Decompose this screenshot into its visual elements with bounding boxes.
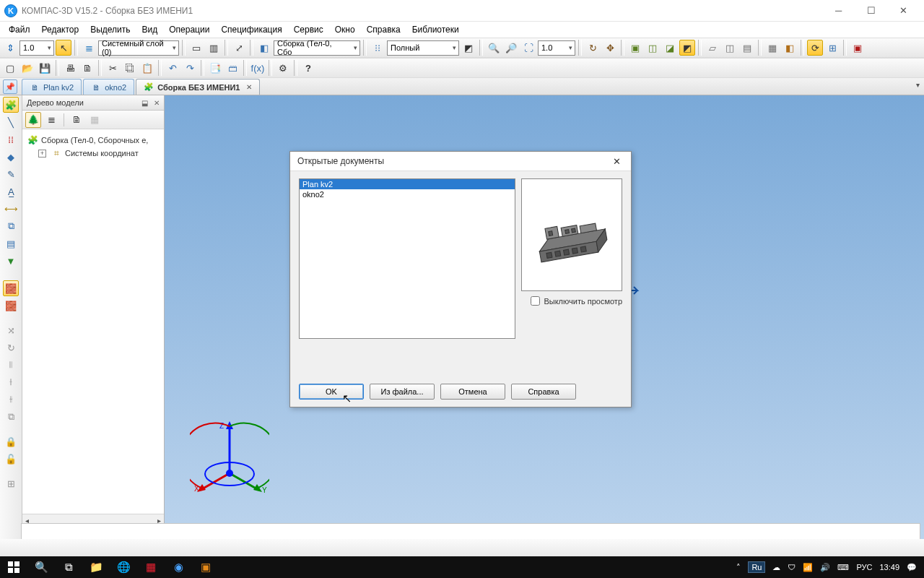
print-icon[interactable]: 🖶 <box>62 60 78 76</box>
lt-dim-icon[interactable]: ⟷ <box>3 201 19 217</box>
lt-pencil-icon[interactable]: ✎ <box>3 166 19 182</box>
hidden-icon[interactable]: ◫ <box>645 40 661 56</box>
lt-mate2-icon[interactable]: ⫲ <box>3 374 19 390</box>
lt-surf-icon[interactable]: ◆ <box>3 149 19 165</box>
pt-list-icon[interactable]: ≣ <box>43 112 59 128</box>
disable-preview-checkbox[interactable]: Выключить просмотр <box>531 296 622 306</box>
zoom-in-icon[interactable]: 🔍 <box>486 40 502 56</box>
redo-icon[interactable]: ↷ <box>182 60 198 76</box>
color-icon[interactable]: ◧ <box>782 40 798 56</box>
tree-icon[interactable]: ⊞ <box>824 40 840 56</box>
render-combo[interactable]: Полный <box>387 40 459 56</box>
tree-root[interactable]: 🧩 Сборка (Тел-0, Сборочных е, <box>25 134 161 147</box>
cursor-tool-button[interactable]: ↖ <box>56 40 71 56</box>
copy-icon[interactable]: ⿻ <box>122 60 138 76</box>
tb-align-icon[interactable]: ⤢ <box>231 40 247 56</box>
lt-array-icon[interactable]: ⊞ <box>3 475 19 491</box>
close-tab-icon[interactable]: ✕ <box>246 83 252 91</box>
simplify-icon[interactable]: ▦ <box>764 40 780 56</box>
menu-spec[interactable]: Спецификация <box>215 23 287 36</box>
rebuild-icon[interactable]: ⟳ <box>807 40 823 56</box>
pan-icon[interactable]: ✥ <box>602 40 618 56</box>
lt-sheet-icon[interactable]: ▤ <box>3 236 19 251</box>
maximize-button[interactable]: ☐ <box>855 0 887 21</box>
preview-icon[interactable]: 🗎 <box>79 60 95 76</box>
panel-close-icon[interactable]: ✕ <box>154 99 160 107</box>
tb-doc2-icon[interactable]: ▥ <box>206 40 222 56</box>
layer-combo[interactable]: Системный слой (0) <box>98 40 179 56</box>
action-center-icon[interactable]: 💬 <box>907 563 917 572</box>
new-icon[interactable]: ▢ <box>2 60 18 76</box>
expand-icon[interactable]: + <box>38 150 46 158</box>
explorer-icon[interactable]: 📁 <box>82 556 110 578</box>
tabbar-menu-icon[interactable]: ▾ <box>916 81 920 89</box>
cancel-button[interactable]: Отмена <box>440 384 505 400</box>
taskview-icon[interactable]: ⧉ <box>55 556 82 578</box>
open-icon[interactable]: 📂 <box>19 60 35 76</box>
onedrive-icon[interactable]: ☁ <box>772 563 780 572</box>
lt-filter-icon[interactable]: ▼ <box>3 253 19 269</box>
lt-line-icon[interactable]: ╲ <box>3 114 19 130</box>
clip-icon[interactable]: ▤ <box>739 40 755 56</box>
tb-last-icon[interactable]: ▣ <box>850 40 866 56</box>
section-icon[interactable]: ◫ <box>722 40 738 56</box>
tab-assembly-unnamed[interactable]: 🧩 Сборка БЕЗ ИМЕНИ1 ✕ <box>136 79 260 95</box>
pin-tabs-button[interactable]: 📌 <box>3 79 17 94</box>
wire-icon[interactable]: ▣ <box>627 40 643 56</box>
checkbox-input[interactable] <box>531 296 540 306</box>
props-icon[interactable]: 📑 <box>207 60 223 76</box>
lt-note-icon[interactable]: A̲ <box>3 184 19 199</box>
pt-tree-icon[interactable]: 🌲 <box>25 112 41 128</box>
pt-filter-icon[interactable]: ▦ <box>87 112 103 128</box>
chrome-icon[interactable]: 🌐 <box>110 556 137 578</box>
lt-lock2-icon[interactable]: 🔓 <box>3 451 19 467</box>
lt-dots-icon[interactable]: ⁞⁞ <box>3 131 19 147</box>
model-tree[interactable]: 🧩 Сборка (Тел-0, Сборочных е, + ⌗ Систем… <box>22 129 164 514</box>
list-item[interactable]: Plan kv2 <box>300 179 515 189</box>
lt-add-local-icon[interactable]: 🧱 <box>3 298 19 314</box>
undo-icon[interactable]: ↶ <box>165 60 180 76</box>
lang-indicator[interactable]: Ru <box>748 561 765 573</box>
help-icon[interactable]: ? <box>300 60 316 76</box>
persp-icon[interactable]: ▱ <box>705 40 720 56</box>
dialog-close-icon[interactable]: ✕ <box>609 154 624 168</box>
assembly-combo[interactable]: Сборка (Тел-0, Сбо <box>274 40 360 56</box>
lt-move-icon[interactable]: ⤨ <box>3 322 19 338</box>
shade-icon[interactable]: ◪ <box>662 40 678 56</box>
cut-icon[interactable]: ✂ <box>105 60 121 76</box>
menu-window[interactable]: Окно <box>329 23 361 36</box>
layers-icon[interactable]: ≣ <box>81 40 97 56</box>
tb-render-opt-icon[interactable]: ◩ <box>461 40 476 56</box>
tab-plan-kv2[interactable]: 🗎 Plan kv2 <box>22 79 82 95</box>
menu-help[interactable]: Справка <box>361 23 406 36</box>
lt-mate1-icon[interactable]: ⫴ <box>3 357 19 373</box>
close-button[interactable]: ✕ <box>887 0 920 21</box>
lt-add-part-icon[interactable]: 🧱 <box>3 280 19 296</box>
zoom-combo[interactable]: 1.0 <box>538 40 575 56</box>
menu-libraries[interactable]: Библиотеки <box>406 23 465 36</box>
menu-file[interactable]: Файл <box>3 23 36 36</box>
clock[interactable]: 13:49 <box>879 563 899 571</box>
measure-icon[interactable]: ⚙ <box>275 60 291 76</box>
lt-const-icon[interactable]: ⧉ <box>3 218 19 234</box>
defender-icon[interactable]: 🛡 <box>788 563 796 571</box>
panel-pin-icon[interactable]: ⬓ <box>141 99 148 107</box>
zoom-out-icon[interactable]: 🔎 <box>503 40 519 56</box>
tb-doc1-icon[interactable]: ▭ <box>188 40 204 56</box>
kompas-task-icon[interactable]: ◉ <box>165 556 192 578</box>
step-combo[interactable]: 1.0 <box>19 40 54 56</box>
network-icon[interactable]: 📶 <box>803 563 813 572</box>
lang2-indicator[interactable]: РУС <box>856 563 872 571</box>
help-button[interactable]: Справка <box>511 384 576 400</box>
shade-edges-icon[interactable]: ◩ <box>679 40 695 56</box>
paste-icon[interactable]: 📋 <box>139 60 155 76</box>
volume-icon[interactable]: 🔊 <box>820 563 830 572</box>
from-file-button[interactable]: Из файла... <box>370 384 435 400</box>
tb-cube-icon[interactable]: ◧ <box>256 40 272 56</box>
pt-doc-icon[interactable]: 🗎 <box>69 112 84 128</box>
lt-lock-icon[interactable]: 🔒 <box>3 434 19 449</box>
menu-editor[interactable]: Редактор <box>36 23 85 36</box>
save-icon[interactable]: 💾 <box>37 60 53 76</box>
tb-filter-icon[interactable]: ⁝⁝ <box>370 40 385 56</box>
minimize-button[interactable]: ─ <box>822 0 855 21</box>
